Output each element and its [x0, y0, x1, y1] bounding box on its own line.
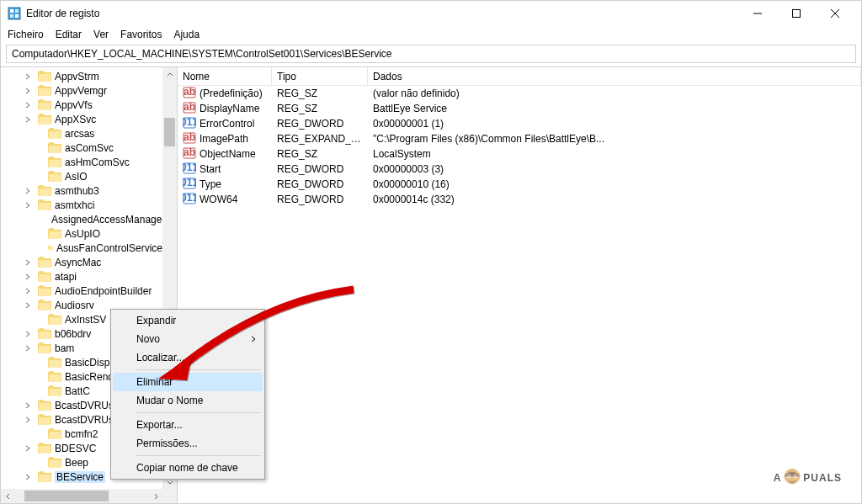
context-menu-item[interactable]: Mudar o Nome: [113, 391, 263, 410]
minimize-button[interactable]: [738, 1, 777, 26]
tree-item-label: AppvVfs: [55, 99, 93, 111]
tree-item-label: AssignedAccessManagerSvc: [51, 214, 162, 225]
expand-chevron-icon[interactable]: [23, 288, 33, 294]
context-menu-item[interactable]: Exportar...: [113, 416, 263, 434]
context-menu-item[interactable]: Permissões...: [113, 434, 263, 453]
context-menu-item[interactable]: Expandir: [113, 311, 263, 330]
value-icon: ab: [183, 131, 200, 147]
address-bar[interactable]: Computador\HKEY_LOCAL_MACHINE\SYSTEM\Con…: [6, 45, 856, 63]
tree-item[interactable]: AppvVemgr: [1, 83, 162, 98]
value-type: REG_DWORD: [272, 163, 368, 175]
tree-item[interactable]: asComSvc: [1, 141, 162, 155]
svg-text:011: 011: [183, 177, 196, 188]
expand-chevron-icon[interactable]: [23, 259, 33, 266]
value-icon: ab: [183, 86, 200, 102]
tree-item-label: AsyncMac: [55, 257, 101, 268]
expand-chevron-icon[interactable]: [23, 116, 33, 123]
expand-chevron-icon[interactable]: [23, 402, 33, 409]
tree-item-label: BattC: [65, 385, 90, 397]
context-menu-item[interactable]: Novo: [113, 330, 263, 348]
expand-chevron-icon[interactable]: [23, 188, 33, 194]
scroll-thumb[interactable]: [164, 118, 175, 146]
value-name: DisplayName: [200, 103, 259, 114]
value-data: 0x0000014c (332): [368, 194, 861, 205]
value-row[interactable]: abObjectNameREG_SZLocalSystem: [178, 146, 861, 162]
values-header: Nome Tipo Dados: [178, 67, 861, 86]
scroll-up-button[interactable]: [162, 67, 177, 82]
close-icon: [831, 9, 839, 18]
column-header-data[interactable]: Dados: [368, 67, 861, 85]
value-icon: 011: [183, 177, 200, 193]
value-row[interactable]: 011ErrorControlREG_DWORD0x00000001 (1): [178, 116, 861, 131]
tree-item[interactable]: arcsas: [1, 126, 162, 141]
tree-item-label: b06bdrv: [55, 328, 91, 340]
scroll-left-button[interactable]: [1, 489, 15, 503]
tree-item[interactable]: AppvVfs: [1, 98, 162, 112]
scroll-thumb-h[interactable]: [24, 491, 109, 501]
tree-item-label: asComSvc: [65, 142, 114, 154]
tree-item[interactable]: AppXSvc: [1, 112, 162, 126]
expand-chevron-icon[interactable]: [23, 273, 33, 280]
context-menu: ExpandirNovoLocalizar...EliminarMudar o …: [110, 309, 265, 480]
svg-text:011: 011: [183, 192, 196, 204]
scroll-right-button[interactable]: [148, 489, 162, 503]
value-row[interactable]: abDisplayNameREG_SZBattlEye Service: [178, 101, 861, 116]
context-menu-separator: [136, 369, 261, 370]
expand-chevron-icon[interactable]: [23, 416, 33, 423]
tree-item[interactable]: asHmComSvc: [1, 155, 162, 169]
expand-chevron-icon[interactable]: [23, 88, 33, 94]
expand-chevron-icon[interactable]: [23, 445, 33, 452]
menu-ajuda[interactable]: Ajuda: [173, 29, 200, 40]
maximize-button[interactable]: [777, 1, 816, 26]
watermark: A PUALS: [774, 465, 842, 491]
expand-chevron-icon[interactable]: [23, 474, 33, 480]
tree-item[interactable]: atapi: [1, 269, 162, 284]
tree-item-label: AppvVemgr: [55, 85, 107, 97]
context-menu-item[interactable]: Copiar nome de chave: [113, 459, 263, 477]
svg-text:ab: ab: [184, 86, 195, 98]
value-name: ImagePath: [200, 133, 248, 145]
expand-chevron-icon[interactable]: [23, 202, 33, 209]
value-data: "C:\Program Files (x86)\Common Files\Bat…: [368, 133, 861, 145]
column-header-name[interactable]: Nome: [178, 67, 272, 85]
context-menu-item[interactable]: Localizar...: [113, 348, 263, 367]
menu-editar[interactable]: Editar: [56, 29, 82, 40]
expand-chevron-icon[interactable]: [23, 73, 33, 80]
context-menu-item[interactable]: Eliminar: [113, 373, 263, 391]
context-menu-label: Mudar o Nome: [136, 395, 203, 406]
tree-item[interactable]: AsyncMac: [1, 255, 162, 269]
column-header-type[interactable]: Tipo: [272, 67, 368, 85]
values-list[interactable]: ab(Predefinição)REG_SZ(valor não definid…: [178, 86, 861, 207]
tree-item[interactable]: asmtxhci: [1, 198, 162, 212]
expand-chevron-icon[interactable]: [23, 302, 33, 309]
tree-item[interactable]: AsIO: [1, 169, 162, 183]
tree-item[interactable]: AsusFanControlService: [1, 241, 162, 255]
value-name: ObjectName: [200, 148, 256, 160]
expand-chevron-icon[interactable]: [23, 345, 33, 352]
value-data: BattlEye Service: [368, 103, 861, 114]
svg-rect-2: [15, 9, 19, 13]
close-button[interactable]: [816, 1, 854, 26]
tree-item[interactable]: AssignedAccessManagerSvc: [1, 212, 162, 226]
value-row[interactable]: 011StartREG_DWORD0x00000003 (3): [178, 162, 861, 177]
expand-chevron-icon[interactable]: [23, 102, 33, 109]
value-row[interactable]: ab(Predefinição)REG_SZ(valor não definid…: [178, 86, 861, 101]
tree-item-label: AppXSvc: [55, 114, 96, 125]
value-row[interactable]: 011TypeREG_DWORD0x00000010 (16): [178, 177, 861, 192]
svg-point-28: [789, 475, 790, 477]
expand-chevron-icon[interactable]: [23, 331, 33, 337]
tree-item[interactable]: AppvStrm: [1, 69, 162, 83]
submenu-arrow-icon: [251, 333, 256, 345]
tree-item[interactable]: asmthub3: [1, 183, 162, 198]
tree-horizontal-scrollbar[interactable]: [1, 489, 162, 503]
address-path: Computador\HKEY_LOCAL_MACHINE\SYSTEM\Con…: [12, 48, 392, 60]
value-row[interactable]: 011WOW64REG_DWORD0x0000014c (332): [178, 192, 861, 207]
menu-ver[interactable]: Ver: [93, 29, 109, 40]
titlebar[interactable]: Editor de registo: [1, 1, 861, 26]
menu-ficheiro[interactable]: Ficheiro: [8, 29, 44, 40]
value-row[interactable]: abImagePathREG_EXPAND_SZ"C:\Program File…: [178, 131, 861, 146]
tree-item[interactable]: AudioEndpointBuilder: [1, 284, 162, 298]
tree-item[interactable]: AsUpIO: [1, 226, 162, 241]
tree-item-label: AsusFanControlService: [56, 242, 162, 254]
menu-favoritos[interactable]: Favoritos: [120, 29, 162, 40]
